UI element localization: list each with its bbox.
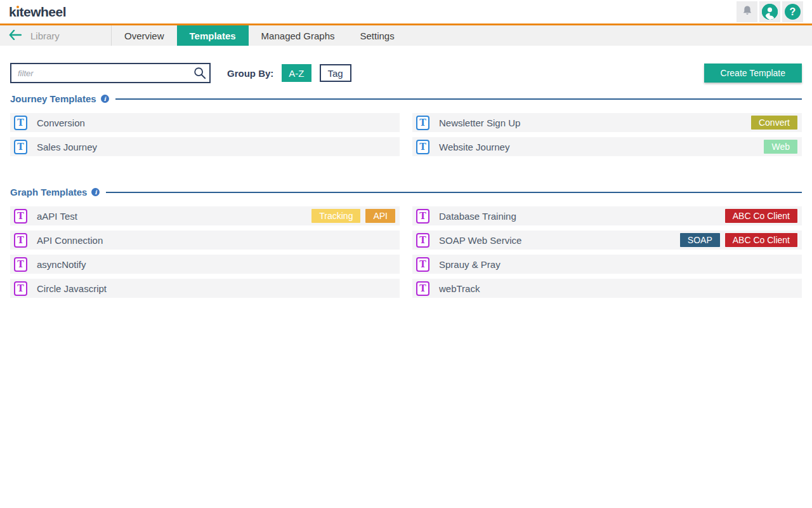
tag-badges: TrackingAPI <box>311 209 395 223</box>
template-type-icon: T <box>14 209 27 224</box>
tag-badges: ABC Co Client <box>725 209 797 223</box>
template-row[interactable]: T Database Training ABC Co Client <box>412 206 802 225</box>
user-icon <box>762 4 778 20</box>
section-divider <box>106 192 802 193</box>
notifications-button[interactable] <box>737 1 757 22</box>
group-by-label: Group By: <box>227 68 273 79</box>
search-icon[interactable] <box>193 66 207 83</box>
tag-badge: ABC Co Client <box>725 233 797 247</box>
sections: Journey Templates i T Conversion T Newsl… <box>10 93 802 298</box>
group-by-az-button[interactable]: A-Z <box>282 64 311 82</box>
top-bar: kıtewheel ? <box>0 0 812 25</box>
template-name: Circle Javascript <box>37 283 395 294</box>
tab-overview[interactable]: Overview <box>112 25 177 46</box>
section-divider <box>115 98 802 100</box>
tab-settings[interactable]: Settings <box>348 25 407 46</box>
template-name: Newsletter Sign Up <box>439 117 751 128</box>
info-icon[interactable]: i <box>91 188 100 196</box>
template-name: asyncNotify <box>37 259 395 270</box>
template-type-icon: T <box>14 116 27 130</box>
template-row[interactable]: T API Connection <box>10 231 400 250</box>
tag-badge: SOAP <box>680 233 720 247</box>
tab-templates[interactable]: Templates <box>177 25 249 46</box>
user-account-button[interactable] <box>759 1 780 22</box>
template-name: webTrack <box>439 283 797 294</box>
template-row[interactable]: T Circle Javascript <box>10 279 400 298</box>
bell-icon <box>741 4 754 19</box>
template-name: SOAP Web Service <box>439 235 680 246</box>
back-arrow-icon <box>9 30 22 42</box>
tag-badges: Convert <box>751 116 797 130</box>
template-name: Database Training <box>439 211 725 222</box>
back-button[interactable] <box>0 25 30 46</box>
info-icon[interactable]: i <box>101 95 109 103</box>
help-icon: ? <box>785 4 801 20</box>
template-row[interactable]: T Sprauy & Pray <box>412 255 802 274</box>
tag-badges: Web <box>764 140 797 154</box>
template-name: Conversion <box>37 117 395 128</box>
main-content: Group By: A-Z Tag Create Template Journe… <box>0 63 812 298</box>
template-section: Graph Templates i T aAPI Test TrackingAP… <box>10 187 802 298</box>
template-row[interactable]: T webTrack <box>412 279 802 298</box>
template-row[interactable]: T SOAP Web Service SOAPABC Co Client <box>412 231 802 250</box>
template-name: API Connection <box>37 235 395 246</box>
group-by-tag-button[interactable]: Tag <box>320 64 351 82</box>
template-grid: T aAPI Test TrackingAPI T Database Train… <box>10 206 802 298</box>
template-name: Sprauy & Pray <box>439 259 797 270</box>
template-type-icon: T <box>416 281 429 296</box>
template-type-icon: T <box>14 233 27 248</box>
template-type-icon: T <box>416 116 429 130</box>
toolbar: Group By: A-Z Tag Create Template <box>10 63 802 83</box>
section-title: Graph Templates <box>10 187 87 197</box>
section-header: Graph Templates i <box>10 187 802 197</box>
template-type-icon: T <box>14 140 27 154</box>
create-template-button[interactable]: Create Template <box>704 64 802 83</box>
breadcrumb-library: Library <box>30 25 112 46</box>
template-row[interactable]: T aAPI Test TrackingAPI <box>10 206 400 225</box>
template-row[interactable]: T Newsletter Sign Up Convert <box>412 113 802 132</box>
section-header: Journey Templates i <box>10 93 802 104</box>
template-name: aAPI Test <box>37 211 311 222</box>
filter-input[interactable] <box>10 63 211 83</box>
template-grid: T Conversion T Newsletter Sign Up Conver… <box>10 113 802 156</box>
tag-badge: ABC Co Client <box>725 209 797 223</box>
template-type-icon: T <box>416 140 429 154</box>
template-row[interactable]: T Sales Journey <box>10 137 400 156</box>
tag-badge: API <box>365 209 395 223</box>
template-type-icon: T <box>416 257 429 272</box>
tab-managed-graphs[interactable]: Managed Graphs <box>249 25 348 46</box>
template-type-icon: T <box>416 233 429 248</box>
tag-badge: Convert <box>751 116 797 130</box>
template-type-icon: T <box>416 209 429 224</box>
template-name: Sales Journey <box>37 142 395 152</box>
template-row[interactable]: T Website Journey Web <box>412 137 802 156</box>
tag-badges: SOAPABC Co Client <box>680 233 797 247</box>
help-button[interactable]: ? <box>782 1 803 22</box>
template-name: Website Journey <box>439 142 764 152</box>
template-row[interactable]: T asyncNotify <box>10 255 400 274</box>
template-section: Journey Templates i T Conversion T Newsl… <box>10 93 802 156</box>
template-type-icon: T <box>14 281 27 296</box>
template-type-icon: T <box>14 257 27 272</box>
tag-badge: Web <box>764 140 797 154</box>
template-row[interactable]: T Conversion <box>10 113 400 132</box>
section-title: Journey Templates <box>10 93 96 104</box>
tag-badge: Tracking <box>311 209 360 223</box>
kitewheel-logo: kıtewheel <box>9 4 66 20</box>
tab-bar: Library Overview Templates Managed Graph… <box>0 25 812 46</box>
